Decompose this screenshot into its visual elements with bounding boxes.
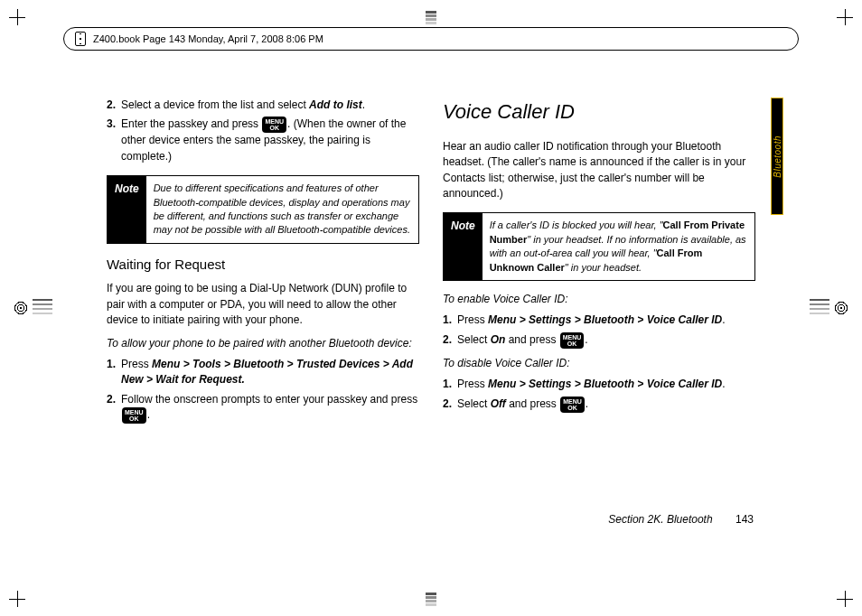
page-footer: Section 2K. Bluetooth 143 — [608, 513, 754, 526]
text: . — [147, 408, 150, 421]
list: 1. Press Menu > Settings > Bluetooth > V… — [443, 313, 755, 348]
text: Select — [457, 397, 491, 410]
list-item: 2. Follow the onscreen prompts to enter … — [107, 392, 419, 424]
color-bars — [33, 299, 52, 317]
list-item: 2. Select On and press MENUOK. — [443, 332, 755, 349]
list-item: 1. Press Menu > Settings > Bluetooth > V… — [443, 313, 755, 328]
color-bars — [426, 593, 436, 607]
text: . — [722, 378, 725, 390]
crop-mark — [9, 591, 25, 607]
list-num: 1. — [443, 313, 452, 328]
color-bars — [426, 11, 436, 25]
ui-path: Menu > Settings > Bluetooth > Voice Call… — [488, 378, 722, 390]
page-header-pill: Z400.book Page 143 Monday, April 7, 2008… — [63, 27, 799, 51]
text: . — [585, 333, 587, 346]
list-num: 1. — [107, 357, 116, 372]
ui-path: Menu > Settings > Bluetooth > Voice Call… — [488, 313, 722, 326]
note-box: Note Due to different specifications and… — [107, 175, 419, 244]
text: " in your headset. If no information is … — [490, 234, 746, 258]
ui-term: Add to list — [309, 98, 362, 111]
list: 1. Press Menu > Settings > Bluetooth > V… — [443, 377, 755, 412]
crop-mark — [837, 9, 853, 25]
text: . — [586, 397, 588, 410]
content: 2. Select a device from the list and sel… — [107, 98, 755, 517]
right-column: Voice Caller ID Hear an audio caller ID … — [443, 98, 755, 517]
page-number: 143 — [736, 513, 754, 526]
list-num: 2. — [107, 392, 116, 407]
text: and press — [506, 397, 559, 410]
note-box: Note If a caller's ID is blocked you wil… — [443, 212, 755, 281]
ui-term: On — [491, 333, 506, 346]
note-label: Note — [444, 213, 483, 280]
list: 1. Press Menu > Tools > Bluetooth > Trus… — [107, 357, 419, 424]
side-tab: Bluetooth — [771, 98, 783, 215]
note-label: Note — [108, 176, 146, 243]
text: Press — [457, 378, 488, 390]
ui-term: Off — [491, 397, 506, 410]
registration-mark — [834, 301, 848, 315]
list-num: 1. — [443, 377, 452, 392]
list-item: 1. Press Menu > Tools > Bluetooth > Trus… — [107, 357, 419, 388]
ui-path: Menu > Tools > Bluetooth > Trusted Devic… — [121, 358, 413, 386]
list-num: 2. — [443, 397, 452, 412]
note-body: Due to different specifications and feat… — [146, 176, 418, 243]
note-body: If a caller's ID is blocked you will hea… — [483, 213, 754, 280]
text: Enter the passkey and press — [121, 118, 261, 131]
registration-mark — [14, 301, 28, 315]
instruction: To enable Voice Caller ID: — [443, 292, 755, 307]
list-item: 2. Select Off and press MENUOK. — [443, 397, 755, 413]
book-icon — [75, 32, 86, 46]
text: and press — [505, 333, 558, 346]
text: " in your headset. — [565, 262, 642, 273]
list-num: 2. — [107, 98, 116, 113]
menu-ok-key-icon: MENUOK — [560, 332, 585, 349]
instruction: To disable Voice Caller ID: — [443, 356, 755, 371]
color-bars — [810, 299, 829, 317]
text: Select a device from the list and select — [121, 98, 309, 111]
paragraph: If you are going to be using a Dial-Up N… — [107, 281, 419, 328]
list: 2. Select a device from the list and sel… — [107, 98, 419, 164]
text: . — [722, 313, 725, 326]
text: Press — [457, 313, 488, 326]
menu-ok-key-icon: MENUOK — [560, 397, 585, 413]
side-tab-label: Bluetooth — [773, 135, 782, 178]
list-item: 2. Select a device from the list and sel… — [107, 98, 419, 113]
text: Follow the onscreen prompts to enter you… — [121, 393, 417, 406]
text: Press — [121, 358, 152, 370]
text: Select — [457, 333, 491, 346]
page-header-text: Z400.book Page 143 Monday, April 7, 2008… — [93, 33, 323, 44]
crop-mark — [837, 591, 853, 607]
left-column: 2. Select a device from the list and sel… — [107, 98, 419, 517]
list-item: 1. Press Menu > Settings > Bluetooth > V… — [443, 377, 755, 392]
crop-mark — [9, 9, 25, 25]
list-num: 3. — [107, 117, 116, 132]
list-num: 2. — [443, 332, 452, 348]
instruction: To allow your phone to be paired with an… — [107, 336, 419, 351]
paragraph: Hear an audio caller ID notification thr… — [443, 139, 755, 202]
menu-ok-key-icon: MENUOK — [122, 407, 146, 424]
menu-ok-key-icon: MENUOK — [262, 117, 286, 133]
text: If a caller's ID is blocked you will hea… — [490, 219, 663, 230]
section-heading: Voice Caller ID — [443, 98, 755, 126]
section-name: Section 2K. Bluetooth — [608, 513, 712, 526]
list-item: 3. Enter the passkey and press MENUOK. (… — [107, 117, 419, 164]
text: . — [362, 98, 365, 111]
subheading: Waiting for Request — [107, 255, 419, 275]
